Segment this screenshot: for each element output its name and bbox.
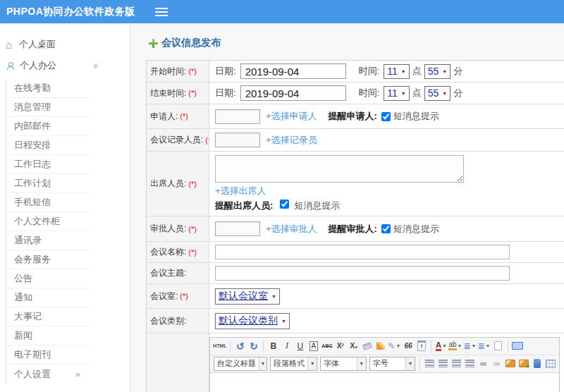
remind-attendees-label: 提醒出席人员: bbox=[215, 200, 273, 211]
sidebar-item-mobile-sms[interactable]: 手机短信 bbox=[6, 193, 90, 212]
field-label: 审批人员: bbox=[150, 223, 186, 235]
row-end-time: 结束时间:(*) 日期: 时间: 11 点 55 分 bbox=[147, 82, 564, 104]
fullscreen-icon[interactable] bbox=[512, 339, 524, 353]
editor-content-area[interactable] bbox=[210, 373, 559, 392]
sidebar-item-major-events[interactable]: 大事记 bbox=[6, 307, 90, 326]
sidebar: ⌂ 个人桌面 个人办公 » 在线考勤 消息管理 内部邮件 日程安排 工作日志 工… bbox=[0, 25, 130, 392]
clear-format-icon[interactable] bbox=[374, 339, 386, 353]
font-border-button[interactable]: A bbox=[307, 339, 319, 353]
sidebar-item-news[interactable]: 新闻 bbox=[6, 326, 90, 345]
sidebar-item-contacts[interactable]: 通讯录 bbox=[6, 231, 90, 250]
insert-table-icon[interactable] bbox=[544, 357, 556, 370]
sidebar-item-attendance[interactable]: 在线考勤 bbox=[6, 79, 90, 98]
menu-icon[interactable] bbox=[155, 8, 168, 16]
row-content-editor: HTML ↺ ↻ B I U A ABC X² X₂ bbox=[147, 333, 564, 392]
sidebar-item-personal-settings[interactable]: 个人设置 » bbox=[6, 365, 90, 384]
row-meeting-room: 会议室:(*) 默认会议室 bbox=[147, 284, 564, 309]
add-icon bbox=[149, 39, 158, 48]
strikethrough-button[interactable]: ABC bbox=[321, 339, 333, 353]
choose-attendee-link[interactable]: +选择出席人 bbox=[215, 185, 266, 196]
field-label: 申请人: bbox=[150, 111, 178, 123]
field-label: 出席人员: bbox=[150, 178, 186, 190]
choose-applicant-link[interactable]: +选择申请人 bbox=[266, 110, 317, 123]
sms-label: 短消息提示 bbox=[393, 110, 439, 123]
meeting-subject-input[interactable] bbox=[215, 266, 510, 281]
sidebar-item-meeting-services[interactable]: 会务服务 bbox=[6, 250, 90, 269]
align-right-icon[interactable] bbox=[450, 357, 462, 370]
paste-text-button[interactable]: T bbox=[415, 339, 427, 353]
insert-image-icon[interactable] bbox=[504, 357, 516, 370]
field-label: 会议类别: bbox=[150, 315, 186, 327]
sidebar-item-work-log[interactable]: 工作日志 bbox=[6, 155, 90, 174]
applicant-sms-checkbox[interactable] bbox=[381, 112, 391, 121]
align-left-icon[interactable] bbox=[424, 357, 436, 370]
align-center-icon[interactable] bbox=[437, 357, 449, 370]
sidebar-item-file-cabinet[interactable]: 个人文件柜 bbox=[6, 212, 90, 231]
highlight-color-button[interactable]: ab▼ bbox=[448, 339, 462, 353]
sidebar-item-schedule[interactable]: 日程安排 bbox=[6, 136, 90, 155]
meeting-room-select[interactable]: 默认会议室 bbox=[215, 288, 280, 305]
choose-recorder-link[interactable]: +选择记录员 bbox=[266, 134, 317, 147]
sidebar-item-notices[interactable]: 通知 bbox=[6, 288, 90, 307]
sidebar-item-work-plan[interactable]: 工作计划 bbox=[6, 174, 90, 193]
font-size-select[interactable]: 字号▼ bbox=[369, 357, 415, 371]
italic-button[interactable]: I bbox=[281, 339, 293, 353]
eraser-icon[interactable] bbox=[361, 339, 373, 353]
bold-button[interactable]: B bbox=[267, 339, 279, 353]
field-label: 结束时间: bbox=[150, 87, 186, 99]
subscript-button[interactable]: X₂ bbox=[348, 339, 360, 353]
html-source-button[interactable]: HTML bbox=[213, 339, 226, 353]
sms-label: 短消息提示 bbox=[393, 223, 439, 235]
attendees-textarea[interactable] bbox=[215, 155, 464, 183]
remind-applicant-label: 提醒申请人: bbox=[329, 110, 377, 123]
sidebar-item-desktop[interactable]: ⌂ 个人桌面 bbox=[0, 34, 99, 55]
new-page-icon[interactable] bbox=[492, 339, 504, 353]
end-minute-select[interactable]: 55 bbox=[424, 86, 451, 101]
approver-sms-checkbox[interactable] bbox=[381, 224, 391, 233]
choose-approver-link[interactable]: +选择审批人 bbox=[266, 223, 317, 235]
insert-link-icon[interactable]: ∞ bbox=[477, 357, 489, 370]
applicant-input[interactable] bbox=[215, 109, 260, 124]
insert-media-icon[interactable] bbox=[531, 357, 543, 370]
sidebar-item-e-journal[interactable]: 电子期刊 bbox=[6, 345, 90, 365]
start-date-input[interactable] bbox=[240, 63, 346, 79]
end-hour-select[interactable]: 11 bbox=[384, 86, 409, 101]
sidebar-item-announcements[interactable]: 公告 bbox=[6, 269, 90, 288]
row-meeting-category: 会议类别: 默认会议类别 bbox=[147, 309, 564, 333]
chevron-down-icon: » bbox=[91, 63, 102, 68]
align-justify-icon[interactable] bbox=[464, 357, 476, 370]
user-icon bbox=[6, 62, 14, 70]
paragraph-format-select[interactable]: 段落格式▼ bbox=[270, 357, 317, 371]
start-minute-select[interactable]: 55 bbox=[424, 64, 451, 79]
row-attendees: 出席人员:(*) +选择出席人 提醒出席人员: 短消息提示 bbox=[147, 152, 564, 216]
underline-button[interactable]: U bbox=[294, 339, 306, 353]
upload-image-icon[interactable] bbox=[517, 357, 529, 370]
editor-toolbar-row2: 自定义标题▼ 段落格式▼ 字体▼ 字号▼ ∞ ∞ bbox=[210, 355, 559, 373]
meeting-category-select[interactable]: 默认会议类别 bbox=[215, 313, 290, 329]
approver-input[interactable] bbox=[215, 221, 260, 236]
sidebar-item-supervision[interactable]: ⋈ 督查督办 » bbox=[0, 386, 99, 392]
redo-button[interactable]: ↻ bbox=[247, 339, 259, 353]
start-hour-select[interactable]: 11 bbox=[384, 64, 409, 79]
attendees-sms-checkbox[interactable] bbox=[280, 200, 289, 209]
ordered-list-button[interactable]: ≣▼ bbox=[464, 339, 477, 353]
recorder-input[interactable] bbox=[215, 133, 260, 147]
row-applicant: 申请人:(*) +选择申请人 提醒申请人: 短消息提示 bbox=[147, 104, 564, 129]
date-label: 日期: bbox=[215, 87, 236, 99]
blockquote-button[interactable]: 66 bbox=[402, 339, 414, 353]
undo-button[interactable]: ↺ bbox=[234, 339, 246, 353]
format-brush-button[interactable]: ✎▼ bbox=[388, 339, 400, 353]
hour-unit: 点 bbox=[412, 65, 422, 78]
meeting-name-input[interactable] bbox=[215, 245, 510, 259]
sidebar-item-internal-mail[interactable]: 内部邮件 bbox=[6, 117, 90, 136]
font-color-button[interactable]: A▼ bbox=[435, 339, 447, 353]
font-family-select[interactable]: 字体▼ bbox=[320, 357, 366, 371]
remove-link-icon[interactable]: ∞ bbox=[491, 357, 503, 370]
sidebar-item-messages[interactable]: 消息管理 bbox=[6, 98, 90, 117]
sidebar-item-personal-office[interactable]: 个人办公 » bbox=[0, 55, 99, 76]
end-date-input[interactable] bbox=[240, 85, 346, 101]
heading-style-select[interactable]: 自定义标题▼ bbox=[214, 357, 267, 371]
superscript-button[interactable]: X² bbox=[334, 339, 346, 353]
unordered-list-button[interactable]: ≣▼ bbox=[478, 339, 491, 353]
field-label: 会议名称: bbox=[150, 246, 186, 258]
